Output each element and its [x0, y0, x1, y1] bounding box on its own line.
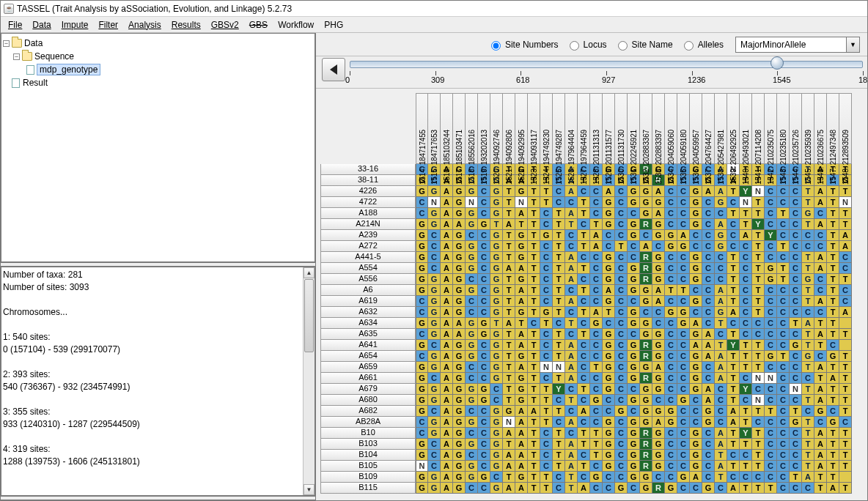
- genotype-cell[interactable]: G: [652, 406, 665, 417]
- genotype-cell[interactable]: G: [466, 318, 478, 329]
- genotype-cell[interactable]: C: [553, 186, 565, 197]
- genotype-cell[interactable]: T: [827, 329, 839, 340]
- genotype-cell[interactable]: C: [790, 362, 802, 373]
- genotype-cell[interactable]: C: [590, 351, 603, 362]
- genotype-cell[interactable]: G: [690, 351, 702, 362]
- genotype-cell[interactable]: C: [478, 230, 490, 241]
- genotype-cell[interactable]: G: [690, 384, 702, 395]
- genotype-cell[interactable]: C: [777, 472, 790, 483]
- genotype-cell[interactable]: C: [578, 340, 590, 351]
- genotype-cell[interactable]: C: [777, 307, 790, 318]
- genotype-cell[interactable]: G: [690, 373, 702, 384]
- genotype-cell[interactable]: T: [540, 318, 553, 329]
- genotype-cell[interactable]: G: [615, 483, 628, 494]
- row-header[interactable]: A661: [320, 373, 416, 384]
- genotype-cell[interactable]: A: [839, 230, 852, 241]
- row-header[interactable]: B109: [320, 472, 416, 483]
- genotype-cell[interactable]: T: [740, 351, 752, 362]
- genotype-cell[interactable]: C: [765, 318, 777, 329]
- genotype-cell[interactable]: C: [603, 241, 615, 252]
- genotype-cell[interactable]: C: [677, 362, 690, 373]
- genotype-cell[interactable]: C: [790, 373, 802, 384]
- genotype-cell[interactable]: G: [690, 450, 702, 461]
- genotype-cell[interactable]: G: [490, 274, 503, 285]
- genotype-cell[interactable]: C: [603, 395, 615, 406]
- genotype-cell[interactable]: T: [553, 263, 565, 274]
- genotype-cell[interactable]: T: [503, 197, 515, 208]
- genotype-cell[interactable]: C: [628, 483, 640, 494]
- genotype-cell[interactable]: G: [490, 450, 503, 461]
- genotype-cell[interactable]: C: [802, 307, 814, 318]
- genotype-cell[interactable]: T: [578, 241, 590, 252]
- genotype-cell[interactable]: A: [727, 406, 740, 417]
- genotype-cell[interactable]: C: [740, 373, 752, 384]
- genotype-cell[interactable]: G: [490, 340, 503, 351]
- genotype-cell[interactable]: T: [553, 373, 565, 384]
- genotype-cell[interactable]: G: [428, 219, 441, 230]
- genotype-cell[interactable]: C: [839, 417, 852, 428]
- genotype-cell[interactable]: C: [553, 395, 565, 406]
- genotype-cell[interactable]: N: [553, 362, 565, 373]
- genotype-cell[interactable]: C: [540, 263, 553, 274]
- genotype-cell[interactable]: T: [503, 373, 515, 384]
- genotype-cell[interactable]: C: [615, 329, 628, 340]
- tree-data-node[interactable]: − Data: [3, 37, 313, 50]
- genotype-cell[interactable]: G: [453, 230, 466, 241]
- genotype-cell[interactable]: C: [478, 439, 490, 450]
- genotype-cell[interactable]: T: [839, 439, 852, 450]
- genotype-cell[interactable]: A: [702, 340, 715, 351]
- radio-site-name[interactable]: Site Name: [614, 39, 673, 51]
- genotype-cell[interactable]: G: [765, 274, 777, 285]
- scroll-thumb[interactable]: [304, 279, 314, 352]
- genotype-cell[interactable]: T: [590, 450, 603, 461]
- genotype-cell[interactable]: C: [752, 417, 765, 428]
- genotype-cell[interactable]: G: [690, 428, 702, 439]
- genotype-cell[interactable]: G: [628, 219, 640, 230]
- genotype-cell[interactable]: T: [528, 307, 540, 318]
- genotype-cell[interactable]: C: [715, 417, 727, 428]
- genotype-cell[interactable]: C: [665, 263, 677, 274]
- row-header[interactable]: AB28A: [320, 417, 416, 428]
- genotype-cell[interactable]: G: [665, 230, 677, 241]
- genotype-cell[interactable]: T: [827, 263, 839, 274]
- genotype-cell[interactable]: C: [540, 450, 553, 461]
- column-header[interactable]: 1539: 206492925: [727, 93, 740, 164]
- genotype-cell[interactable]: G: [640, 208, 652, 219]
- genotype-cell[interactable]: G: [603, 384, 615, 395]
- column-header[interactable]: 1544: 210235726: [790, 93, 802, 164]
- row-header[interactable]: A641: [320, 340, 416, 351]
- genotype-cell[interactable]: G: [640, 318, 652, 329]
- genotype-cell[interactable]: C: [578, 318, 590, 329]
- genotype-cell[interactable]: C: [690, 395, 702, 406]
- radio-input[interactable]: [570, 41, 579, 51]
- genotype-cell[interactable]: C: [466, 230, 478, 241]
- tree-sequence-node[interactable]: − Sequence: [3, 50, 313, 63]
- genotype-cell[interactable]: C: [827, 406, 839, 417]
- genotype-cell[interactable]: G: [416, 241, 428, 252]
- genotype-cell[interactable]: A: [441, 362, 453, 373]
- genotype-cell[interactable]: C: [665, 472, 677, 483]
- genotype-cell[interactable]: C: [765, 362, 777, 373]
- genotype-cell[interactable]: T: [578, 208, 590, 219]
- genotype-cell[interactable]: C: [777, 318, 790, 329]
- genotype-cell[interactable]: A: [441, 219, 453, 230]
- genotype-cell[interactable]: R: [640, 351, 652, 362]
- genotype-cell[interactable]: G: [677, 395, 690, 406]
- genotype-cell[interactable]: A: [453, 318, 466, 329]
- genotype-cell[interactable]: C: [677, 208, 690, 219]
- genotype-cell[interactable]: C: [640, 230, 652, 241]
- genotype-cell[interactable]: C: [615, 351, 628, 362]
- genotype-cell[interactable]: C: [690, 230, 702, 241]
- genotype-cell[interactable]: T: [752, 263, 765, 274]
- genotype-cell[interactable]: C: [628, 241, 640, 252]
- genotype-cell[interactable]: C: [790, 208, 802, 219]
- genotype-cell[interactable]: A: [565, 439, 578, 450]
- genotype-cell[interactable]: T: [727, 439, 740, 450]
- genotype-cell[interactable]: N: [765, 373, 777, 384]
- genotype-cell[interactable]: T: [515, 219, 528, 230]
- genotype-cell[interactable]: A: [565, 252, 578, 263]
- genotype-cell[interactable]: T: [839, 373, 852, 384]
- genotype-cell[interactable]: C: [565, 285, 578, 296]
- genotype-cell[interactable]: T: [528, 285, 540, 296]
- genotype-cell[interactable]: G: [590, 395, 603, 406]
